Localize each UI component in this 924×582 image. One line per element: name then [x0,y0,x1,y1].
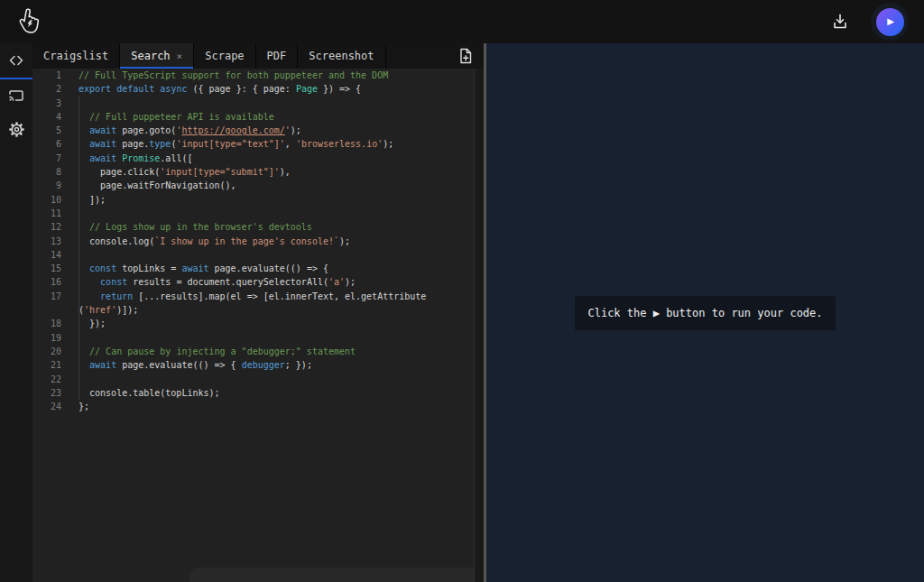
sidebar-item-cast[interactable] [0,79,32,112]
new-file-button[interactable] [457,47,475,65]
download-icon [831,13,849,31]
editor-body: 1// Full TypeScript support for both pup… [32,69,484,582]
code-line[interactable]: 11 [32,207,474,220]
sidebar-item-editor[interactable] [0,43,32,78]
line-content: const results = document.querySelectorAl… [79,275,356,289]
line-number [32,303,61,317]
line-content: console.log(`I show up in the page's con… [79,235,350,248]
line-content: page.waitForNavigation(), [79,179,236,192]
code-line[interactable]: 19 [32,331,474,345]
code-token: )]); [116,305,138,315]
code-line[interactable]: 15 const topLinks = await page.evaluate(… [32,262,474,275]
line-content: await page.evaluate(() => { debugger; })… [79,358,312,372]
download-button[interactable] [831,13,849,31]
line-number: 10 [32,193,61,207]
code-line[interactable]: 2export default async ({ page }: { page:… [32,82,474,96]
line-number: 11 [32,207,61,220]
sidebar-item-settings[interactable] [0,112,32,146]
run-button[interactable]: ▶ [871,3,909,41]
browserless-logo[interactable] [18,7,42,36]
tab-close-icon[interactable]: × [177,51,183,61]
code-token [79,277,100,287]
code-token: 'browserless.io' [296,139,383,149]
code-line[interactable]: 6 await page.type('input[type="text"]', … [32,137,474,151]
line-number: 24 [32,400,61,413]
code-token: 'input[type="text"]' [176,139,284,149]
code-line[interactable]: 1// Full TypeScript support for both pup… [32,69,474,82]
code-editor[interactable]: 1// Full TypeScript support for both pup… [32,69,474,582]
line-content: ]); [79,193,106,207]
code-line[interactable]: 17 return [...results].map(el => [el.inn… [32,290,474,303]
code-token: debugger [242,360,285,370]
line-number: 21 [32,358,61,372]
code-line[interactable]: 20 // Can pause by injecting a "debugger… [32,345,474,358]
line-content: // Can pause by injecting a "debugger;" … [79,345,356,358]
code-line[interactable]: 18 }); [32,317,474,330]
line-number: 12 [32,220,61,234]
tab-search[interactable]: Search× [120,43,194,69]
code-token: // Can pause by injecting a "debugger;" … [89,346,356,356]
code-token: page.evaluate(() => { [209,263,328,273]
tab-pdf[interactable]: PDF [256,43,299,69]
code-token: topLinks = [116,263,181,273]
code-line[interactable]: 21 await page.evaluate(() => { debugger;… [32,358,474,372]
gear-icon [7,120,26,139]
code-token [79,291,100,301]
code-line[interactable]: 22 [32,373,474,386]
code-line[interactable]: 8 page.click('input[type="submit"]'), [32,165,474,179]
horizontal-scrollbar[interactable] [189,568,474,582]
line-number: 19 [32,331,61,345]
tab-screenshot[interactable]: Screenshot [298,43,385,69]
code-token: console.table(topLinks); [79,388,220,398]
code-token: const [89,263,116,273]
vertical-scrollbar-track[interactable] [474,69,484,582]
topbar: ▶ [0,0,924,43]
code-token: ({ page }: { page: [187,84,295,94]
line-number: 13 [32,235,61,248]
hand-bolt-logo-icon [18,7,42,36]
new-file-icon [457,47,475,65]
line-number: 9 [32,179,61,192]
code-line[interactable]: 24}; [32,400,474,413]
code-line[interactable]: 4 // Full puppeteer API is available [32,110,474,124]
line-content: await Promise.all([ [79,152,192,165]
code-token [79,139,89,149]
sidebar [0,43,32,582]
code-token: return [100,291,133,301]
code-line[interactable]: 10 ]); [32,193,474,207]
line-number: 15 [32,262,61,275]
line-number: 14 [32,248,61,262]
run-hint-message: Click the ▶ button to run your code. [575,296,835,330]
code-line[interactable]: 14 [32,248,474,262]
code-line[interactable]: 3 [32,97,474,110]
code-line[interactable]: 9 page.waitForNavigation(), [32,179,474,192]
line-number: 6 [32,137,61,151]
line-number: 7 [32,152,61,165]
tab-craigslist[interactable]: Craigslist [32,43,120,69]
tab-scrape[interactable]: Scrape [194,43,255,69]
line-content: await page.goto('https://google.com/'); [79,124,301,137]
code-token: [...results].map(el => [el.innerText, el… [133,291,426,301]
code-line[interactable]: 7 await Promise.all([ [32,152,474,165]
tab-label: Scrape [205,50,244,62]
code-token: 'input[type="submit"]' [160,167,279,177]
code-token: await [89,360,116,370]
line-content: console.table(topLinks); [79,386,220,400]
cast-icon [7,87,25,105]
line-number: 23 [32,386,61,400]
code-token: default [116,84,154,94]
tab-label: Search [131,50,170,62]
code-token: async [160,84,187,94]
code-line[interactable]: 12 // Logs show up in the browser's devt… [32,220,474,234]
code-token: ); [339,236,350,246]
line-content: const topLinks = await page.evaluate(() … [79,262,328,275]
line-number: 18 [32,317,61,330]
code-line[interactable]: 5 await page.goto('https://google.com/')… [32,124,474,137]
code-line[interactable]: 16 const results = document.querySelecto… [32,275,474,289]
code-line[interactable]: ('href')]); [32,303,474,317]
code-line[interactable]: 13 console.log(`I show up in the page's … [32,235,474,248]
code-token: 'a' [328,277,345,287]
code-token: , [285,139,296,149]
code-line[interactable]: 23 console.table(topLinks); [32,386,474,400]
tab-list: CraigslistSearch×ScrapePDFScreenshot [32,43,386,69]
